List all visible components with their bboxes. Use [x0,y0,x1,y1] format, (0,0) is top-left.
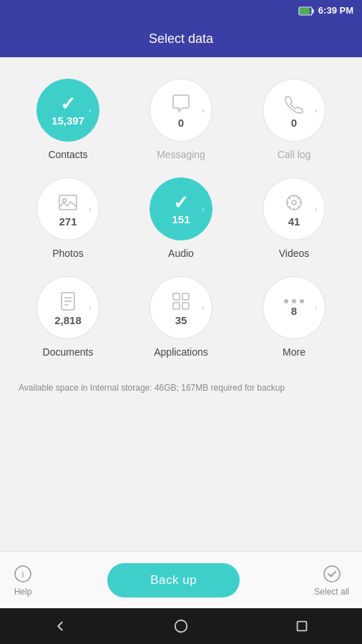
nav-back-button[interactable] [46,612,74,640]
applications-label: Applications [154,346,208,358]
contacts-button[interactable]: ✓ 15,397 › [36,79,99,142]
photos-button[interactable]: 271 › [36,177,99,240]
svg-line-14 [298,197,299,198]
nav-home-button[interactable] [167,612,195,640]
phone-icon [283,92,305,115]
photos-label: Photos [52,248,84,259]
nav-bar [0,608,362,644]
calllog-count: 0 [291,117,297,129]
doc-icon [57,290,79,313]
select-all-label: Select all [314,587,349,597]
svg-point-26 [175,620,187,633]
apps-icon [170,290,192,313]
grid-item-documents: 2,818 › Documents [11,269,124,362]
grid-item-calllog: 0 › Call log [238,72,351,165]
select-all-action[interactable]: Select all [314,564,349,597]
help-action[interactable]: i Help [13,564,33,597]
storage-info: Available space in Internal storage: 46G… [11,374,351,403]
applications-count: 35 [175,314,187,326]
status-time: 6:39 PM [318,5,353,16]
documents-button[interactable]: 2,818 › [36,276,99,339]
audio-count: 151 [172,213,190,225]
page-header: Select data [0,20,362,57]
chevron-right-icon: › [202,303,205,312]
grid-item-audio: ✓ 151 › Audio [124,170,238,263]
calllog-label: Call log [278,149,311,160]
help-icon: i [13,564,33,584]
chevron-right-icon: › [315,106,318,114]
grid-item-applications: 35 › Applications [124,269,238,362]
more-label: More [283,346,305,358]
storage-info-text: Available space in Internal storage: 46G… [19,383,285,393]
svg-point-6 [292,200,296,205]
svg-rect-27 [297,622,306,631]
film-icon [283,191,305,214]
svg-rect-21 [173,303,180,309]
calllog-button[interactable]: 0 › [263,79,326,142]
svg-line-11 [289,197,290,198]
audio-button[interactable]: ✓ 151 › [150,177,212,240]
chevron-right-icon: › [202,205,205,213]
grid-item-more: 8 › More [238,269,351,362]
messaging-count: 0 [178,117,184,129]
audio-label: Audio [168,248,194,259]
select-all-icon [322,564,342,584]
check-icon: ✓ [173,193,189,212]
svg-rect-19 [173,293,180,300]
nav-recent-button[interactable] [288,612,316,640]
page-title: Select data [149,31,213,47]
chevron-right-icon: › [315,205,318,213]
main-content: ✓ 15,397 › Contacts 0 › Messaging [0,57,362,403]
grid-item-photos: 271 › Photos [11,170,124,263]
videos-count: 41 [288,215,300,228]
chevron-right-icon: › [315,303,318,312]
svg-point-4 [63,198,67,202]
svg-rect-20 [182,293,189,300]
documents-count: 2,818 [54,314,82,326]
videos-button[interactable]: 41 › [263,177,326,240]
check-icon: ✓ [60,94,76,113]
chevron-right-icon: › [89,303,92,312]
more-button[interactable]: 8 › [263,276,326,339]
grid-item-contacts: ✓ 15,397 › Contacts [11,72,124,165]
help-label: Help [14,587,32,597]
grid-item-videos: 41 › Videos [238,170,351,263]
applications-button[interactable]: 35 › [150,276,212,339]
battery-icon [298,4,314,16]
videos-label: Videos [279,248,310,259]
status-bar: 6:39 PM [0,0,362,20]
svg-line-13 [289,206,290,208]
backup-button[interactable]: Back up [107,563,240,597]
svg-rect-3 [59,195,77,210]
chevron-right-icon: › [89,205,92,213]
grid-item-messaging: 0 › Messaging [124,72,238,165]
more-count: 8 [291,305,297,317]
svg-text:i: i [22,569,24,580]
svg-rect-22 [182,303,189,309]
photos-count: 271 [59,215,77,228]
documents-label: Documents [43,346,94,358]
svg-rect-2 [300,8,310,14]
messaging-label: Messaging [157,149,205,160]
data-grid: ✓ 15,397 › Contacts 0 › Messaging [11,72,351,362]
svg-point-25 [324,566,340,582]
svg-rect-1 [312,9,313,13]
messaging-button[interactable]: 0 › [150,79,212,142]
chevron-right-icon: › [89,106,92,114]
chevron-right-icon: › [202,106,205,114]
more-dots-icon [284,299,304,303]
photo-icon [57,191,79,214]
bottom-bar: i Help Back up Select all [0,551,362,608]
svg-line-12 [298,206,299,208]
contacts-count: 15,397 [52,114,84,127]
chat-icon [170,92,192,115]
contacts-label: Contacts [48,149,87,160]
